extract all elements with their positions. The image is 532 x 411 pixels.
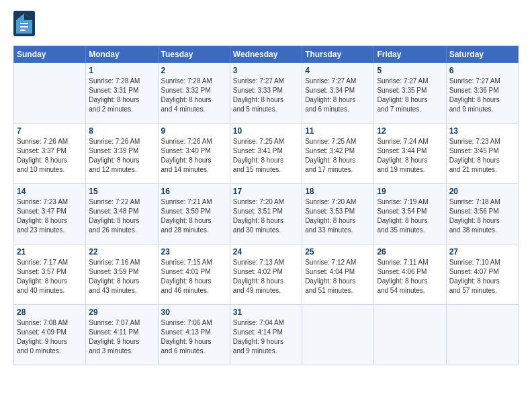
day-info: Sunrise: 7:18 AM Sunset: 3:56 PM Dayligh… [449,197,515,235]
day-cell [302,305,374,365]
weekday-header-wednesday: Wednesday [230,46,302,63]
day-cell: 22Sunrise: 7:16 AM Sunset: 3:59 PM Dayli… [86,244,158,305]
day-cell: 7Sunrise: 7:26 AM Sunset: 3:37 PM Daylig… [14,124,86,184]
day-cell: 2Sunrise: 7:28 AM Sunset: 3:32 PM Daylig… [158,63,230,124]
page: SundayMondayTuesdayWednesdayThursdayFrid… [0,0,532,411]
day-cell: 21Sunrise: 7:17 AM Sunset: 3:57 PM Dayli… [14,244,86,305]
week-row-3: 14Sunrise: 7:23 AM Sunset: 3:47 PM Dayli… [14,184,519,244]
week-row-2: 7Sunrise: 7:26 AM Sunset: 3:37 PM Daylig… [14,124,519,184]
day-cell: 17Sunrise: 7:20 AM Sunset: 3:51 PM Dayli… [230,184,302,244]
weekday-header-tuesday: Tuesday [158,46,230,63]
week-row-4: 21Sunrise: 7:17 AM Sunset: 3:57 PM Dayli… [14,244,519,305]
day-info: Sunrise: 7:22 AM Sunset: 3:48 PM Dayligh… [89,197,154,235]
day-number: 18 [305,187,371,196]
day-cell: 10Sunrise: 7:25 AM Sunset: 3:41 PM Dayli… [230,124,302,184]
svg-rect-4 [20,26,28,28]
day-number: 3 [233,66,299,75]
day-cell: 19Sunrise: 7:19 AM Sunset: 3:54 PM Dayli… [374,184,446,244]
day-info: Sunrise: 7:27 AM Sunset: 3:33 PM Dayligh… [233,77,299,114]
day-number: 26 [377,247,443,257]
day-cell: 23Sunrise: 7:15 AM Sunset: 4:01 PM Dayli… [158,244,230,305]
day-number: 12 [377,126,443,136]
day-info: Sunrise: 7:23 AM Sunset: 3:45 PM Dayligh… [449,137,515,175]
day-cell: 24Sunrise: 7:13 AM Sunset: 4:02 PM Dayli… [230,244,302,305]
day-number: 9 [161,126,227,136]
day-number: 31 [233,308,299,317]
day-cell: 27Sunrise: 7:10 AM Sunset: 4:07 PM Dayli… [446,244,518,305]
weekday-header-monday: Monday [86,46,158,63]
day-cell: 14Sunrise: 7:23 AM Sunset: 3:47 PM Dayli… [14,184,86,244]
svg-rect-5 [20,30,26,31]
day-number: 7 [17,126,83,136]
day-cell: 4Sunrise: 7:27 AM Sunset: 3:34 PM Daylig… [302,63,374,124]
logo [13,11,38,39]
day-info: Sunrise: 7:27 AM Sunset: 3:34 PM Dayligh… [305,77,371,114]
day-cell: 5Sunrise: 7:27 AM Sunset: 3:35 PM Daylig… [374,63,446,124]
day-info: Sunrise: 7:11 AM Sunset: 4:06 PM Dayligh… [377,258,443,295]
day-info: Sunrise: 7:19 AM Sunset: 3:54 PM Dayligh… [377,197,443,235]
day-number: 4 [305,66,371,75]
weekday-header-thursday: Thursday [302,46,374,63]
day-cell: 29Sunrise: 7:07 AM Sunset: 4:11 PM Dayli… [86,305,158,365]
day-number: 29 [89,308,154,317]
day-info: Sunrise: 7:28 AM Sunset: 3:31 PM Dayligh… [89,77,154,114]
logo-icon [13,11,35,36]
svg-rect-3 [20,23,28,24]
day-info: Sunrise: 7:06 AM Sunset: 4:13 PM Dayligh… [161,318,227,356]
day-info: Sunrise: 7:08 AM Sunset: 4:09 PM Dayligh… [17,318,83,356]
day-number: 20 [449,187,515,196]
day-info: Sunrise: 7:26 AM Sunset: 3:39 PM Dayligh… [89,137,154,175]
week-row-1: 1Sunrise: 7:28 AM Sunset: 3:31 PM Daylig… [14,63,519,124]
day-cell: 26Sunrise: 7:11 AM Sunset: 4:06 PM Dayli… [374,244,446,305]
day-cell: 13Sunrise: 7:23 AM Sunset: 3:45 PM Dayli… [446,124,518,184]
header [13,11,519,39]
day-info: Sunrise: 7:17 AM Sunset: 3:57 PM Dayligh… [17,258,83,295]
day-info: Sunrise: 7:23 AM Sunset: 3:47 PM Dayligh… [17,197,83,235]
day-cell: 11Sunrise: 7:25 AM Sunset: 3:42 PM Dayli… [302,124,374,184]
day-number: 16 [161,187,227,196]
day-cell: 8Sunrise: 7:26 AM Sunset: 3:39 PM Daylig… [86,124,158,184]
day-info: Sunrise: 7:27 AM Sunset: 3:35 PM Dayligh… [377,77,443,114]
day-cell: 28Sunrise: 7:08 AM Sunset: 4:09 PM Dayli… [14,305,86,365]
day-info: Sunrise: 7:26 AM Sunset: 3:40 PM Dayligh… [161,137,227,175]
day-number: 6 [449,66,515,75]
weekday-header-saturday: Saturday [446,46,518,63]
day-info: Sunrise: 7:16 AM Sunset: 3:59 PM Dayligh… [89,258,154,295]
day-number: 15 [89,187,154,196]
day-cell [446,305,518,365]
day-number: 30 [161,308,227,317]
day-number: 21 [17,247,83,257]
day-cell: 15Sunrise: 7:22 AM Sunset: 3:48 PM Dayli… [86,184,158,244]
day-number: 14 [17,187,83,196]
day-number: 27 [449,247,515,257]
day-number: 11 [305,126,371,136]
day-info: Sunrise: 7:10 AM Sunset: 4:07 PM Dayligh… [449,258,515,295]
day-info: Sunrise: 7:25 AM Sunset: 3:41 PM Dayligh… [233,137,299,175]
day-cell: 18Sunrise: 7:20 AM Sunset: 3:53 PM Dayli… [302,184,374,244]
day-info: Sunrise: 7:24 AM Sunset: 3:44 PM Dayligh… [377,137,443,175]
day-cell: 31Sunrise: 7:04 AM Sunset: 4:14 PM Dayli… [230,305,302,365]
weekday-header-friday: Friday [374,46,446,63]
day-cell: 30Sunrise: 7:06 AM Sunset: 4:13 PM Dayli… [158,305,230,365]
day-number: 23 [161,247,227,257]
day-number: 28 [17,308,83,317]
day-number: 10 [233,126,299,136]
day-cell: 20Sunrise: 7:18 AM Sunset: 3:56 PM Dayli… [446,184,518,244]
calendar-table: SundayMondayTuesdayWednesdayThursdayFrid… [13,46,519,365]
week-row-5: 28Sunrise: 7:08 AM Sunset: 4:09 PM Dayli… [14,305,519,365]
day-info: Sunrise: 7:04 AM Sunset: 4:14 PM Dayligh… [233,318,299,356]
day-number: 13 [449,126,515,136]
day-number: 1 [89,66,154,75]
day-cell: 12Sunrise: 7:24 AM Sunset: 3:44 PM Dayli… [374,124,446,184]
day-number: 24 [233,247,299,257]
day-number: 19 [377,187,443,196]
day-number: 2 [161,66,227,75]
day-info: Sunrise: 7:07 AM Sunset: 4:11 PM Dayligh… [89,318,154,356]
day-info: Sunrise: 7:15 AM Sunset: 4:01 PM Dayligh… [161,258,227,295]
day-cell [14,63,86,124]
day-info: Sunrise: 7:26 AM Sunset: 3:37 PM Dayligh… [17,137,83,175]
day-info: Sunrise: 7:21 AM Sunset: 3:50 PM Dayligh… [161,197,227,235]
day-number: 5 [377,66,443,75]
day-cell: 1Sunrise: 7:28 AM Sunset: 3:31 PM Daylig… [86,63,158,124]
day-cell [374,305,446,365]
